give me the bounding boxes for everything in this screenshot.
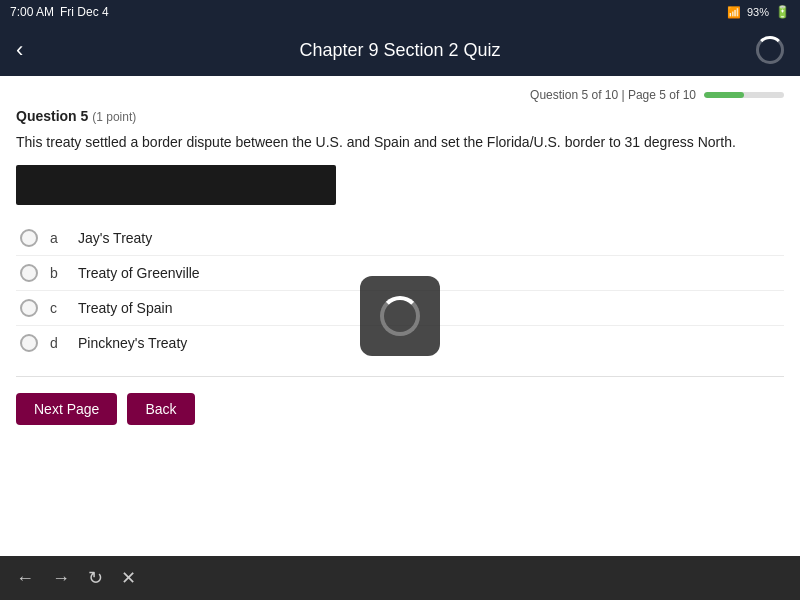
loading-overlay	[360, 276, 440, 356]
question-text: This treaty settled a border dispute bet…	[16, 132, 784, 153]
wifi-icon: 📶	[727, 6, 741, 19]
status-bar: 7:00 AM Fri Dec 4 📶 93% 🔋	[0, 0, 800, 24]
option-text-b: Treaty of Greenville	[78, 265, 200, 281]
header: ‹ Chapter 9 Section 2 Quiz	[0, 24, 800, 76]
progress-area: Question 5 of 10 | Page 5 of 10	[16, 88, 784, 102]
back-button[interactable]: ‹	[16, 37, 23, 63]
question-label: Question 5	[16, 108, 88, 124]
content-wrapper: Question 5 of 10 | Page 5 of 10 Question…	[0, 76, 800, 556]
option-text-a: Jay's Treaty	[78, 230, 152, 246]
status-bar-right: 📶 93% 🔋	[727, 5, 790, 19]
option-text-c: Treaty of Spain	[78, 300, 172, 316]
overlay-spinner	[380, 296, 420, 336]
bottom-nav: ← → ↻ ✕	[0, 556, 800, 600]
option-letter-a: a	[50, 230, 66, 246]
option-letter-b: b	[50, 265, 66, 281]
question-points: (1 point)	[92, 110, 136, 124]
progress-bar	[704, 92, 784, 98]
radio-d	[20, 334, 38, 352]
option-letter-c: c	[50, 300, 66, 316]
nav-close-icon[interactable]: ✕	[121, 567, 136, 589]
header-spinner	[756, 36, 784, 64]
next-page-button[interactable]: Next Page	[16, 393, 117, 425]
progress-bar-fill	[704, 92, 744, 98]
status-day: Fri Dec 4	[60, 5, 109, 19]
radio-c	[20, 299, 38, 317]
status-bar-left: 7:00 AM Fri Dec 4	[10, 5, 109, 19]
back-button-bottom[interactable]: Back	[127, 393, 194, 425]
divider	[16, 376, 784, 377]
media-placeholder	[16, 165, 336, 205]
battery-indicator: 93%	[747, 6, 769, 18]
nav-forward-icon[interactable]: →	[52, 568, 70, 589]
nav-refresh-icon[interactable]: ↻	[88, 567, 103, 589]
answer-option-a[interactable]: aJay's Treaty	[16, 221, 784, 256]
radio-b	[20, 264, 38, 282]
buttons-area: Next Page Back	[16, 385, 784, 433]
page-title: Chapter 9 Section 2 Quiz	[299, 40, 500, 61]
status-time: 7:00 AM	[10, 5, 54, 19]
progress-text: Question 5 of 10 | Page 5 of 10	[530, 88, 696, 102]
radio-a	[20, 229, 38, 247]
option-text-d: Pinckney's Treaty	[78, 335, 187, 351]
option-letter-d: d	[50, 335, 66, 351]
question-header: Question 5 (1 point)	[16, 108, 784, 124]
battery-icon: 🔋	[775, 5, 790, 19]
nav-back-icon[interactable]: ←	[16, 568, 34, 589]
